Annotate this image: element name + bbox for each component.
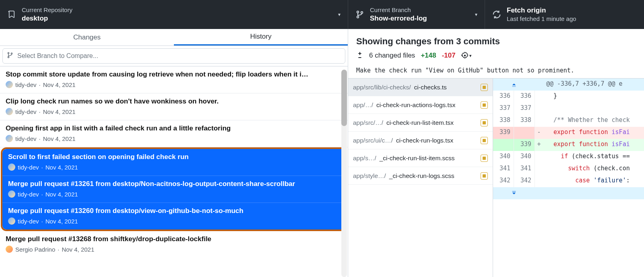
diff-summary-row: 6 changed files +148 -107 ▾ — [356, 52, 636, 60]
branch-icon — [355, 10, 364, 19]
commit-row[interactable]: Merge pull request #13261 from desktop/N… — [2, 176, 345, 203]
fetch-button[interactable]: Fetch origin Last fetched 1 minute ago — [485, 0, 644, 29]
branch-label: Current Branch — [370, 6, 427, 14]
diff-hunk-footer[interactable] — [493, 187, 644, 199]
expand-up-icon[interactable] — [493, 79, 535, 91]
tab-history[interactable]: History — [174, 29, 348, 45]
svg-point-3 — [8, 52, 9, 54]
commit-title: Clip long check run names so we don't ha… — [6, 97, 342, 105]
fetch-status: Last fetched 1 minute ago — [507, 15, 576, 23]
modified-icon — [481, 172, 488, 180]
avatar — [6, 246, 13, 253]
chevron-down-icon: ▾ — [475, 12, 477, 17]
svg-point-4 — [8, 56, 9, 58]
diff-line[interactable]: 342342 case 'failure': — [493, 175, 644, 187]
file-row[interactable]: app/s…/_ci-check-run-list-item.scss — [348, 149, 493, 167]
diff-line-removed[interactable]: 339- export function isFai — [493, 127, 644, 139]
left-tabs: Changes History — [0, 29, 348, 46]
diff-icon — [356, 52, 363, 59]
commit-title: Scroll to first failed section on openin… — [8, 153, 340, 161]
diff-panel: Showing changes from 3 commits 6 changed… — [348, 29, 644, 277]
modified-icon — [481, 84, 488, 91]
svg-point-2 — [361, 12, 363, 14]
branch-selector[interactable]: Current Branch Show-errored-log ▾ — [348, 0, 485, 29]
changed-files: 6 changed files — [369, 52, 415, 60]
commit-row[interactable]: Clip long check run names so we don't ha… — [0, 93, 348, 120]
chevron-down-icon: ▾ — [469, 53, 472, 58]
commit-title: Stop commit store update from causing lo… — [6, 70, 342, 79]
avatar — [6, 81, 13, 88]
avatar — [8, 190, 15, 198]
repo-name: desktop — [22, 14, 72, 23]
branch-icon — [7, 52, 13, 60]
diff-settings-button[interactable]: ▾ — [461, 52, 472, 59]
scrollbar-thumb[interactable] — [341, 70, 347, 126]
file-row[interactable]: app/src/ui/c…/ci-check-run-logs.tsx — [348, 132, 493, 149]
diff-view: @@ -336,7 +336,7 @@ e 336336 } 337337 33… — [493, 79, 644, 277]
repo-label: Current Repository — [22, 6, 72, 14]
file-row[interactable]: app/…/ci-check-run-actions-logs.tsx — [348, 96, 493, 114]
history-panel: Changes History Select Branch to Compare… — [0, 29, 348, 277]
diff-line[interactable]: 337337 — [493, 103, 644, 115]
avatar — [8, 163, 15, 171]
modified-icon — [481, 119, 488, 126]
commit-row[interactable]: Scroll to first failed section on openin… — [2, 149, 345, 176]
svg-point-5 — [11, 53, 12, 54]
file-row[interactable]: app/style…/_ci-check-run-logs.scss — [348, 167, 493, 185]
commit-title: Merge pull request #13260 from desktop/v… — [8, 207, 340, 215]
diff-line-added[interactable]: 339+ export function isFai — [493, 139, 644, 151]
commit-title: Merge pull request #13268 from shiftkey/… — [6, 235, 342, 243]
modified-icon — [481, 155, 488, 162]
app-toolbar: Current Repository desktop ▾ Current Bra… — [0, 0, 644, 29]
commit-title: Merge pull request #13261 from desktop/N… — [8, 180, 340, 188]
file-row[interactable]: app/src/lib/ci-checks/ci-checks.ts — [348, 79, 493, 96]
commit-list: Stop commit store update from causing lo… — [0, 66, 348, 277]
modified-icon — [481, 137, 488, 144]
diff-hunk-header[interactable]: @@ -336,7 +336,7 @@ e — [493, 79, 644, 91]
diff-summary-title: Showing changes from 3 commits — [356, 36, 636, 47]
modified-icon — [481, 101, 488, 109]
fetch-label: Fetch origin — [507, 6, 576, 15]
commit-title: Opening first app in list with a failed … — [6, 124, 342, 132]
commit-message: Make the check run "View on GitHub" butt… — [356, 67, 636, 74]
chevron-down-icon: ▾ — [338, 12, 341, 17]
commit-row[interactable]: Merge pull request #13268 from shiftkey/… — [0, 231, 348, 258]
diff-line[interactable]: 338338 /** Whether the check — [493, 115, 644, 127]
avatar — [6, 108, 13, 115]
commit-row[interactable]: Stop commit store update from causing lo… — [0, 66, 348, 93]
additions: +148 — [421, 52, 436, 60]
tab-changes[interactable]: Changes — [0, 29, 174, 45]
file-list: app/src/lib/ci-checks/ci-checks.ts app/…… — [348, 79, 493, 277]
commit-row[interactable]: Merge pull request #13260 from desktop/v… — [2, 203, 345, 229]
selected-commits-group: Scroll to first failed section on openin… — [1, 147, 347, 231]
branch-name: Show-errored-log — [370, 14, 427, 23]
deletions: -107 — [442, 52, 456, 60]
svg-point-0 — [357, 11, 359, 13]
avatar — [8, 217, 15, 225]
scrollbar[interactable] — [341, 70, 347, 277]
diff-line[interactable]: 340340 if (check.status == — [493, 151, 644, 163]
diff-line[interactable]: 341341 switch (check.con — [493, 163, 644, 175]
expand-down-icon[interactable] — [493, 187, 535, 199]
commit-row[interactable]: Opening first app in list with a failed … — [0, 120, 348, 147]
compare-branch-input[interactable]: Select Branch to Compare... — [2, 48, 345, 64]
diff-line[interactable]: 336336 } — [493, 91, 644, 103]
svg-point-1 — [357, 16, 359, 18]
avatar — [6, 135, 13, 142]
sync-icon — [492, 10, 501, 19]
repo-icon — [7, 10, 16, 19]
compare-placeholder: Select Branch to Compare... — [17, 52, 98, 60]
repo-selector[interactable]: Current Repository desktop ▾ — [0, 0, 348, 29]
file-row[interactable]: app/src/…/ci-check-run-list-item.tsx — [348, 114, 493, 132]
